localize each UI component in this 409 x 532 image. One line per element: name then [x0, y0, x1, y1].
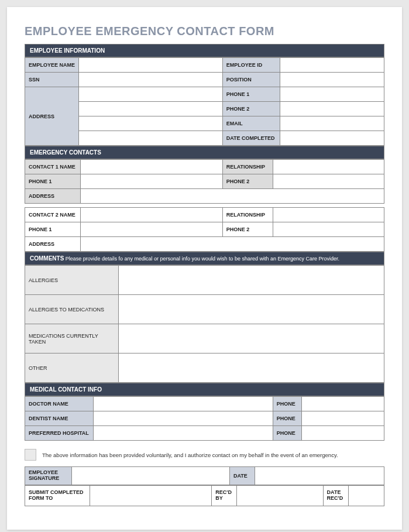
- email-label: EMAIL: [222, 116, 280, 131]
- medical-table: DOCTOR NAME PHONE DENTIST NAME PHONE PRE…: [25, 396, 384, 441]
- contact1-relationship-field[interactable]: [273, 160, 384, 174]
- allergies-med-field[interactable]: [118, 295, 384, 324]
- contact1-address-label: ADDRESS: [25, 189, 81, 204]
- authorization-text: The above information has been provided …: [42, 452, 338, 458]
- ssn-label: SSN: [25, 73, 79, 87]
- medications-label: MEDICATIONS CURRENTLY TAKEN: [25, 324, 119, 353]
- position-label: POSITION: [222, 73, 280, 87]
- authorization-row: The above information has been provided …: [25, 449, 384, 461]
- contact1-name-field[interactable]: [81, 160, 223, 174]
- medications-field[interactable]: [118, 324, 384, 353]
- date-recd-label: DATE REC'D: [323, 485, 348, 506]
- employee-info-header: EMPLOYEE INFORMATION: [25, 44, 384, 57]
- date-completed-field[interactable]: [280, 131, 384, 146]
- date-recd-field[interactable]: [348, 485, 384, 506]
- address-field-4[interactable]: [79, 131, 223, 146]
- address-field-1[interactable]: [79, 87, 223, 102]
- phone2-label: PHONE 2: [222, 102, 280, 116]
- phone1-label: PHONE 1: [222, 87, 280, 102]
- contact2-phone1-field[interactable]: [81, 222, 223, 237]
- contact1-name-label: CONTACT 1 NAME: [25, 160, 81, 174]
- dentist-field[interactable]: [93, 411, 273, 426]
- doctor-label: DOCTOR NAME: [25, 397, 94, 411]
- contact1-phone2-field[interactable]: [273, 174, 384, 189]
- employee-info-table: EMPLOYEE NAME EMPLOYEE ID SSN POSITION A…: [25, 57, 384, 146]
- contact2-address-field[interactable]: [81, 237, 384, 252]
- contact1-phone1-field[interactable]: [81, 174, 223, 189]
- comments-header: COMMENTS Please provide details fo any m…: [25, 252, 384, 265]
- phone2-field[interactable]: [280, 102, 384, 116]
- contact2-phone1-label: PHONE 1: [25, 222, 81, 237]
- form-page: EMPLOYEE EMERGENCY CONTACT FORM EMPLOYEE…: [7, 7, 402, 530]
- contact2-name-label: CONTACT 2 NAME: [25, 208, 81, 222]
- emp-signature-label: EMPLOYEE SIGNATURE: [25, 467, 72, 485]
- comments-header-bold: COMMENTS: [30, 255, 64, 262]
- contact2-name-field[interactable]: [81, 208, 223, 222]
- contact2-phone2-label: PHONE 2: [222, 222, 273, 237]
- hospital-phone-label: PHONE: [273, 426, 301, 441]
- sig-date-field[interactable]: [255, 467, 384, 485]
- sig-date-label: DATE: [229, 467, 255, 485]
- emergency-table: CONTACT 1 NAME RELATIONSHIP PHONE 1 PHON…: [25, 159, 384, 204]
- medical-header: MEDICAL CONTACT INFO: [25, 383, 384, 396]
- dentist-phone-field[interactable]: [301, 411, 384, 426]
- phone1-field[interactable]: [280, 87, 384, 102]
- other-field[interactable]: [118, 353, 384, 383]
- contact2-address-label: ADDRESS: [25, 237, 81, 252]
- recd-by-label: REC'D BY: [212, 485, 237, 506]
- signature-table: EMPLOYEE SIGNATURE DATE: [25, 466, 384, 485]
- ssn-field[interactable]: [79, 73, 223, 87]
- hospital-field[interactable]: [93, 426, 273, 441]
- contact2-phone2-field[interactable]: [273, 222, 384, 237]
- form-title: EMPLOYEE EMERGENCY CONTACT FORM: [25, 25, 384, 38]
- other-label: OTHER: [25, 353, 119, 383]
- emergency-header: EMERGENCY CONTACTS: [25, 146, 384, 159]
- contact2-relationship-field[interactable]: [273, 208, 384, 222]
- address-field-2[interactable]: [79, 102, 223, 116]
- allergies-field[interactable]: [118, 266, 384, 295]
- doctor-phone-label: PHONE: [273, 397, 301, 411]
- comments-header-text: Please provide details fo any medical or…: [64, 256, 339, 262]
- employee-name-label: EMPLOYEE NAME: [25, 58, 79, 73]
- recd-by-field[interactable]: [237, 485, 323, 506]
- hospital-phone-field[interactable]: [301, 426, 384, 441]
- allergies-label: ALLERGIES: [25, 266, 119, 295]
- email-field[interactable]: [280, 116, 384, 131]
- position-field[interactable]: [280, 73, 384, 87]
- emp-signature-field[interactable]: [71, 467, 229, 485]
- contact2-relationship-label: RELATIONSHIP: [222, 208, 273, 222]
- contact1-phone2-label: PHONE 2: [222, 174, 273, 189]
- dentist-phone-label: PHONE: [273, 411, 301, 426]
- hospital-label: PREFERRED HOSPITAL: [25, 426, 94, 441]
- employee-id-field[interactable]: [280, 58, 384, 73]
- dentist-label: DENTIST NAME: [25, 411, 94, 426]
- submit-table: SUBMIT COMPLETED FORM TO REC'D BY DATE R…: [25, 485, 384, 506]
- contact1-address-field[interactable]: [81, 189, 384, 204]
- authorization-checkbox[interactable]: [25, 449, 36, 461]
- employee-id-label: EMPLOYEE ID: [222, 58, 280, 73]
- employee-name-field[interactable]: [79, 58, 223, 73]
- contact1-phone1-label: PHONE 1: [25, 174, 81, 189]
- doctor-field[interactable]: [93, 397, 273, 411]
- contact1-relationship-label: RELATIONSHIP: [222, 160, 273, 174]
- emergency-table-2: CONTACT 2 NAME RELATIONSHIP PHONE 1 PHON…: [25, 207, 384, 252]
- address-label: ADDRESS: [25, 87, 79, 146]
- comments-table: ALLERGIES ALLERGIES TO MEDICATIONS MEDIC…: [25, 265, 384, 383]
- date-completed-label: DATE COMPLETED: [222, 131, 280, 146]
- allergies-med-label: ALLERGIES TO MEDICATIONS: [25, 295, 119, 324]
- submit-label: SUBMIT COMPLETED FORM TO: [25, 485, 90, 506]
- submit-field[interactable]: [90, 485, 212, 506]
- address-field-3[interactable]: [79, 116, 223, 131]
- doctor-phone-field[interactable]: [301, 397, 384, 411]
